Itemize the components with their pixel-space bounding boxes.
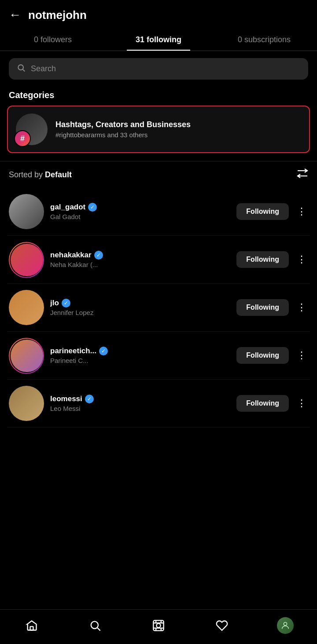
verified-icon: ✓ [94, 251, 103, 260]
tab-followers[interactable]: 0 followers [0, 29, 106, 51]
full-name: Leo Messi [50, 405, 230, 412]
avatar [9, 290, 44, 325]
more-options-icon[interactable]: ⋮ [295, 250, 308, 269]
username: nehakakkar [50, 251, 92, 260]
back-button[interactable]: ← [9, 8, 21, 22]
category-icon: # [16, 113, 48, 145]
svg-point-8 [156, 623, 160, 627]
verified-icon: ✓ [99, 347, 108, 355]
categories-label: Categories [0, 87, 317, 106]
username: jlo [50, 299, 59, 307]
svg-point-5 [91, 622, 98, 629]
tabs-bar: 0 followers 31 following 0 subscriptions [0, 29, 317, 51]
following-button[interactable]: Following [236, 251, 289, 268]
tab-subscriptions[interactable]: 0 subscriptions [211, 29, 317, 51]
svg-rect-4 [30, 626, 33, 630]
svg-point-15 [284, 622, 287, 626]
list-item: jlo ✓ Jennifer Lopez Following ⋮ [7, 284, 310, 332]
following-list: gal_gadot ✓ Gal Gadot Following ⋮ nehaka… [0, 188, 317, 428]
following-button[interactable]: Following [236, 395, 289, 412]
following-button[interactable]: Following [236, 347, 289, 364]
following-button[interactable]: Following [236, 299, 289, 316]
avatar [9, 242, 44, 277]
categories-card[interactable]: # Hashtags, Creators and Businesses #rig… [7, 106, 310, 153]
username: leomessi [50, 395, 82, 403]
nav-home[interactable] [18, 616, 45, 635]
sort-icon[interactable] [297, 168, 308, 181]
svg-line-1 [23, 70, 25, 72]
hashtag-badge: # [14, 130, 31, 147]
nav-search[interactable] [82, 616, 108, 635]
avatar [9, 194, 44, 229]
avatar [9, 386, 44, 421]
user-info: gal_gadot ✓ Gal Gadot [50, 203, 230, 220]
user-info: jlo ✓ Jennifer Lopez [50, 299, 230, 316]
following-button[interactable]: Following [236, 203, 289, 220]
list-item: nehakakkar ✓ Neha Kakkar (... Following … [7, 236, 310, 284]
list-item: parineetich... ✓ Parineeti C... Followin… [7, 332, 310, 380]
nav-activity[interactable] [209, 616, 235, 635]
verified-icon: ✓ [88, 203, 97, 212]
user-info: parineetich... ✓ Parineeti C... [50, 347, 230, 364]
avatar [9, 338, 44, 373]
svg-line-6 [97, 628, 100, 630]
category-subtitle: #righttobeararms and 33 others [55, 131, 191, 139]
search-bar[interactable]: Search [9, 58, 308, 80]
search-icon [17, 63, 26, 74]
svg-point-0 [18, 65, 23, 70]
verified-icon: ✓ [85, 395, 94, 403]
category-title: Hashtags, Creators and Businesses [55, 120, 191, 129]
sort-label: Sorted by Default [9, 170, 72, 179]
search-placeholder: Search [31, 64, 56, 73]
username: parineetich... [50, 347, 96, 355]
sort-bar: Sorted by Default [0, 161, 317, 188]
full-name: Parineeti C... [50, 357, 230, 364]
tab-following[interactable]: 31 following [106, 29, 211, 51]
search-container: Search [0, 51, 317, 87]
more-options-icon[interactable]: ⋮ [295, 346, 308, 365]
category-text: Hashtags, Creators and Businesses #right… [55, 120, 191, 139]
nav-profile[interactable] [272, 616, 299, 635]
more-options-icon[interactable]: ⋮ [295, 202, 308, 221]
user-info: leomessi ✓ Leo Messi [50, 395, 230, 412]
user-info: nehakakkar ✓ Neha Kakkar (... [50, 251, 230, 268]
full-name: Neha Kakkar (... [50, 261, 230, 268]
verified-icon: ✓ [62, 299, 70, 307]
svg-rect-7 [153, 620, 163, 630]
nav-reels[interactable] [145, 616, 172, 635]
profile-avatar [277, 617, 294, 634]
header: ← notmejohn [0, 0, 317, 26]
username: gal_gadot [50, 203, 85, 212]
more-options-icon[interactable]: ⋮ [295, 394, 308, 413]
more-options-icon[interactable]: ⋮ [295, 298, 308, 317]
full-name: Jennifer Lopez [50, 309, 230, 316]
list-item: gal_gadot ✓ Gal Gadot Following ⋮ [7, 188, 310, 236]
full-name: Gal Gadot [50, 213, 230, 220]
page-title: notmejohn [28, 8, 87, 22]
list-item: leomessi ✓ Leo Messi Following ⋮ [7, 380, 310, 428]
bottom-nav [0, 609, 317, 644]
